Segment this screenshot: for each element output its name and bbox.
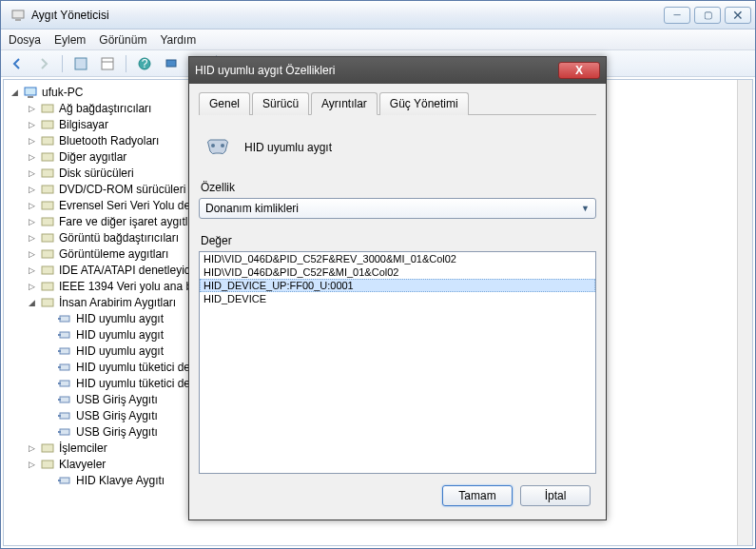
device-category-icon: [57, 408, 72, 423]
menubar: Dosya Eylem Görünüm Yardım: [1, 29, 755, 50]
svg-rect-22: [42, 202, 53, 209]
tab-power[interactable]: Güç Yönetimi: [379, 92, 469, 115]
tab-general[interactable]: Genel: [199, 92, 250, 115]
tree-toggle-icon[interactable]: ▷: [27, 442, 37, 453]
minimize-button[interactable]: ─: [664, 7, 690, 24]
tree-toggle-icon[interactable]: ▷: [27, 232, 37, 243]
tree-item-label: HID uyumlu aygıt: [76, 344, 164, 358]
device-category-icon: [40, 246, 55, 262]
tree-toggle-icon[interactable]: [44, 475, 54, 485]
ok-button[interactable]: Tamam: [442, 485, 513, 506]
tree-toggle-icon[interactable]: ▷: [27, 103, 37, 113]
tree-item-label: Disk sürücüleri: [59, 167, 134, 180]
close-button[interactable]: ✕: [725, 7, 751, 24]
tree-item-label: IDE ATA/ATAPI denetleyicileri: [59, 264, 208, 277]
tree-toggle-icon[interactable]: [44, 362, 54, 372]
dialog-tabs: Genel Sürücü Ayrıntılar Güç Yönetimi: [199, 91, 596, 115]
tree-toggle-icon[interactable]: ▷: [27, 216, 37, 226]
device-category-icon: [57, 343, 72, 359]
view-button[interactable]: [97, 53, 118, 74]
svg-rect-21: [42, 186, 53, 193]
scan-button[interactable]: [161, 53, 182, 74]
property-value: Donanım kimlikleri: [205, 202, 299, 215]
menu-help[interactable]: Yardım: [160, 33, 196, 47]
list-item[interactable]: HID_DEVICE_UP:FF00_U:0001: [200, 279, 595, 292]
forward-button[interactable]: [33, 53, 54, 74]
list-item[interactable]: HID\VID_046D&PID_C52F&REV_3000&MI_01&Col…: [200, 252, 595, 265]
svg-rect-42: [58, 415, 61, 417]
titlebar[interactable]: Aygıt Yöneticisi ─ ▢ ✕: [1, 1, 755, 29]
tab-details[interactable]: Ayrıntılar: [311, 92, 378, 115]
tree-item-label: HID uyumlu aygıt: [76, 328, 164, 342]
list-item[interactable]: HID_DEVICE: [200, 292, 595, 305]
tree-item-label: USB Giriş Aygıtı: [76, 409, 158, 422]
cancel-button[interactable]: İptal: [520, 485, 591, 506]
svg-rect-27: [42, 283, 53, 290]
gamepad-icon: [203, 130, 233, 164]
device-name: HID uyumlu aygıt: [244, 141, 332, 154]
svg-rect-35: [60, 364, 69, 370]
help-button[interactable]: ?: [134, 53, 155, 74]
menu-action[interactable]: Eylem: [54, 33, 86, 47]
device-category-icon: [40, 101, 55, 116]
tab-driver[interactable]: Sürücü: [252, 92, 309, 115]
tree-item-label: USB Giriş Aygıtı: [76, 393, 158, 406]
device-category-icon: [23, 85, 38, 100]
dialog-title: HID uyumlu aygıt Özellikleri: [195, 64, 558, 77]
tree-toggle-icon[interactable]: [44, 426, 54, 437]
tree-toggle-icon[interactable]: ▷: [27, 119, 37, 129]
svg-rect-26: [42, 266, 53, 274]
tree-toggle-icon[interactable]: [44, 329, 54, 340]
svg-rect-7: [166, 60, 176, 67]
tree-toggle-icon[interactable]: ◢: [27, 297, 37, 307]
tree-toggle-icon[interactable]: ▷: [27, 184, 37, 194]
properties-button[interactable]: [70, 53, 91, 74]
property-dropdown[interactable]: Donanım kimlikleri ▼: [199, 198, 596, 219]
tree-toggle-icon[interactable]: [44, 378, 54, 388]
maximize-button[interactable]: ▢: [694, 7, 721, 24]
tree-toggle-icon[interactable]: ▷: [27, 281, 37, 291]
device-category-icon: [40, 198, 55, 213]
tree-toggle-icon[interactable]: ◢: [10, 87, 20, 97]
tree-toggle-icon[interactable]: [44, 345, 54, 356]
tree-toggle-icon[interactable]: ▷: [27, 265, 37, 275]
svg-rect-31: [60, 332, 69, 338]
tree-item-label: İnsan Arabirim Aygıtları: [59, 296, 176, 309]
dialog-close-button[interactable]: X: [558, 62, 600, 79]
tree-toggle-icon[interactable]: ▷: [27, 248, 37, 259]
dialog-titlebar[interactable]: HID uyumlu aygıt Özellikleri X: [189, 57, 606, 84]
device-category-icon: [40, 441, 55, 456]
tree-toggle-icon[interactable]: ▷: [27, 151, 37, 162]
device-category-icon: [57, 392, 72, 407]
tree-item-label: Görüntü bağdaştırıcıları: [59, 231, 179, 245]
back-button[interactable]: [7, 53, 28, 74]
svg-text:?: ?: [142, 57, 148, 70]
hardware-ids-listbox[interactable]: HID\VID_046D&PID_C52F&REV_3000&MI_01&Col…: [199, 251, 596, 474]
tree-item-label: Ağ bağdaştırıcıları: [59, 102, 151, 115]
tree-toggle-icon[interactable]: ▷: [27, 459, 37, 469]
device-category-icon: [40, 279, 55, 294]
svg-rect-20: [42, 169, 53, 177]
svg-rect-2: [75, 58, 87, 69]
tree-toggle-icon[interactable]: ▷: [27, 167, 37, 178]
svg-rect-43: [60, 429, 69, 435]
svg-rect-32: [58, 334, 61, 336]
app-icon: [10, 8, 26, 23]
tree-item-label: HID uyumlu aygıt: [76, 312, 164, 325]
svg-rect-15: [28, 96, 33, 98]
tree-toggle-icon[interactable]: [44, 313, 54, 324]
svg-rect-17: [42, 121, 53, 128]
vertical-scrollbar[interactable]: [737, 80, 752, 545]
device-category-icon: [40, 133, 55, 148]
tree-item-label: Bilgisayar: [59, 118, 108, 131]
tree-item-label: Bluetooth Radyoları: [59, 134, 159, 147]
list-item[interactable]: HID\VID_046D&PID_C52F&MI_01&Col02: [200, 265, 595, 279]
menu-file[interactable]: Dosya: [9, 33, 41, 47]
tree-toggle-icon[interactable]: ▷: [27, 200, 37, 210]
menu-view[interactable]: Görünüm: [99, 33, 146, 47]
tree-toggle-icon[interactable]: [44, 394, 54, 404]
tree-toggle-icon[interactable]: [44, 410, 54, 421]
tree-toggle-icon[interactable]: ▷: [27, 135, 37, 146]
svg-rect-3: [102, 58, 113, 69]
tree-item-label: Görüntüleme aygıtları: [59, 247, 168, 261]
